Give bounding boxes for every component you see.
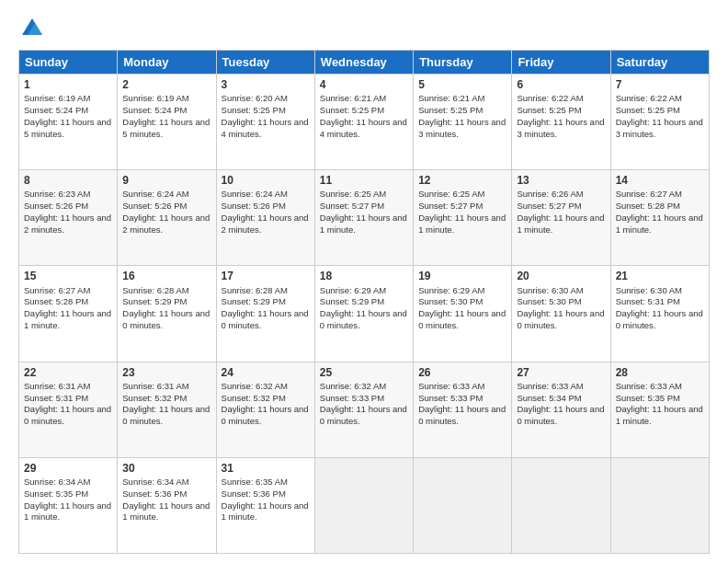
calendar-cell: 26Sunrise: 6:33 AMSunset: 5:33 PMDayligh… — [414, 362, 512, 457]
sunrise: Sunrise: 6:34 AM — [24, 477, 90, 487]
sunset: Sunset: 5:32 PM — [222, 393, 286, 403]
sunset: Sunset: 5:36 PM — [122, 488, 187, 499]
day-number: 14 — [616, 173, 704, 188]
calendar-cell: 17Sunrise: 6:28 AMSunset: 5:29 PMDayligh… — [216, 266, 314, 362]
sunrise: Sunrise: 6:33 AM — [517, 381, 583, 391]
calendar-cell: 15Sunrise: 6:27 AMSunset: 5:28 PMDayligh… — [19, 266, 118, 362]
daylight: Daylight: 11 hours and 3 minutes. — [616, 117, 703, 139]
calendar-day-header: Wednesday — [314, 51, 413, 75]
day-number: 3 — [222, 77, 310, 92]
calendar-week-row: 15Sunrise: 6:27 AMSunset: 5:28 PMDayligh… — [19, 266, 710, 362]
daylight: Daylight: 11 hours and 2 minutes. — [24, 213, 111, 235]
day-number: 27 — [517, 365, 605, 380]
sunset: Sunset: 5:24 PM — [24, 105, 88, 115]
daylight: Daylight: 11 hours and 1 minute. — [122, 500, 210, 523]
daylight: Daylight: 11 hours and 2 minutes. — [122, 213, 210, 235]
calendar-day-header: Saturday — [610, 51, 709, 75]
calendar-cell: 9Sunrise: 6:24 AMSunset: 5:26 PMDaylight… — [118, 170, 216, 266]
daylight: Daylight: 11 hours and 0 minutes. — [517, 308, 604, 330]
daylight: Daylight: 11 hours and 0 minutes. — [122, 308, 210, 330]
day-number: 9 — [122, 173, 210, 188]
calendar-cell: 2Sunrise: 6:19 AMSunset: 5:24 PMDaylight… — [118, 75, 216, 170]
sunrise: Sunrise: 6:22 AM — [616, 93, 682, 103]
sunset: Sunset: 5:29 PM — [320, 296, 384, 306]
calendar-cell: 30Sunrise: 6:34 AMSunset: 5:36 PMDayligh… — [118, 457, 216, 553]
sunrise: Sunrise: 6:30 AM — [616, 285, 682, 295]
day-number: 23 — [122, 365, 210, 380]
sunset: Sunset: 5:35 PM — [616, 393, 680, 403]
calendar-cell: 1Sunrise: 6:19 AMSunset: 5:24 PMDaylight… — [19, 75, 118, 170]
day-number: 19 — [418, 269, 506, 283]
sunset: Sunset: 5:31 PM — [24, 393, 88, 403]
sunset: Sunset: 5:30 PM — [418, 296, 483, 306]
day-number: 20 — [517, 269, 605, 283]
daylight: Daylight: 11 hours and 3 minutes. — [517, 117, 604, 139]
day-number: 1 — [24, 77, 112, 92]
calendar-cell: 23Sunrise: 6:31 AMSunset: 5:32 PMDayligh… — [118, 362, 216, 457]
day-number: 15 — [24, 269, 112, 283]
calendar-cell: 29Sunrise: 6:34 AMSunset: 5:35 PMDayligh… — [19, 457, 118, 553]
day-number: 25 — [320, 365, 408, 380]
sunset: Sunset: 5:26 PM — [24, 201, 88, 211]
calendar-day-header: Thursday — [414, 51, 512, 75]
page: SundayMondayTuesdayWednesdayThursdayFrid… — [0, 0, 728, 563]
calendar-cell: 3Sunrise: 6:20 AMSunset: 5:25 PMDaylight… — [216, 75, 314, 170]
day-number: 31 — [222, 461, 310, 476]
calendar-cell — [610, 457, 709, 553]
daylight: Daylight: 11 hours and 1 minute. — [616, 213, 703, 235]
sunset: Sunset: 5:27 PM — [517, 201, 581, 211]
sunset: Sunset: 5:27 PM — [320, 201, 384, 211]
calendar-cell: 18Sunrise: 6:29 AMSunset: 5:29 PMDayligh… — [314, 266, 413, 362]
calendar-cell: 10Sunrise: 6:24 AMSunset: 5:26 PMDayligh… — [216, 170, 314, 266]
calendar-cell: 4Sunrise: 6:21 AMSunset: 5:25 PMDaylight… — [314, 75, 413, 170]
calendar-cell: 19Sunrise: 6:29 AMSunset: 5:30 PMDayligh… — [414, 266, 512, 362]
logo — [18, 15, 50, 42]
calendar-cell: 6Sunrise: 6:22 AMSunset: 5:25 PMDaylight… — [512, 75, 610, 170]
sunset: Sunset: 5:26 PM — [122, 201, 187, 211]
calendar-week-row: 29Sunrise: 6:34 AMSunset: 5:35 PMDayligh… — [19, 457, 710, 553]
daylight: Daylight: 11 hours and 4 minutes. — [222, 117, 309, 139]
sunrise: Sunrise: 6:35 AM — [222, 477, 288, 487]
sunrise: Sunrise: 6:28 AM — [222, 285, 288, 295]
calendar-cell: 11Sunrise: 6:25 AMSunset: 5:27 PMDayligh… — [314, 170, 413, 266]
day-number: 28 — [616, 365, 704, 380]
daylight: Daylight: 11 hours and 5 minutes. — [122, 117, 210, 139]
sunrise: Sunrise: 6:32 AM — [320, 381, 386, 391]
calendar-cell: 13Sunrise: 6:26 AMSunset: 5:27 PMDayligh… — [512, 170, 610, 266]
sunset: Sunset: 5:29 PM — [122, 296, 187, 306]
calendar-cell: 22Sunrise: 6:31 AMSunset: 5:31 PMDayligh… — [19, 362, 118, 457]
sunrise: Sunrise: 6:30 AM — [517, 285, 583, 295]
day-number: 12 — [418, 173, 506, 188]
sunset: Sunset: 5:25 PM — [616, 105, 680, 115]
day-number: 30 — [122, 461, 210, 476]
calendar-cell: 8Sunrise: 6:23 AMSunset: 5:26 PMDaylight… — [19, 170, 118, 266]
daylight: Daylight: 11 hours and 1 minute. — [222, 500, 309, 523]
day-number: 8 — [24, 173, 112, 188]
day-number: 18 — [320, 269, 408, 283]
sunrise: Sunrise: 6:22 AM — [517, 93, 583, 103]
sunrise: Sunrise: 6:31 AM — [24, 381, 90, 391]
calendar-cell — [314, 457, 413, 553]
sunrise: Sunrise: 6:21 AM — [418, 93, 484, 103]
calendar-cell: 31Sunrise: 6:35 AMSunset: 5:36 PMDayligh… — [216, 457, 314, 553]
sunrise: Sunrise: 6:21 AM — [320, 93, 386, 103]
calendar-cell: 20Sunrise: 6:30 AMSunset: 5:30 PMDayligh… — [512, 266, 610, 362]
sunset: Sunset: 5:33 PM — [418, 393, 483, 403]
sunset: Sunset: 5:31 PM — [616, 296, 680, 306]
sunrise: Sunrise: 6:32 AM — [222, 381, 288, 391]
calendar-cell: 28Sunrise: 6:33 AMSunset: 5:35 PMDayligh… — [610, 362, 709, 457]
day-number: 24 — [222, 365, 310, 380]
day-number: 6 — [517, 77, 605, 92]
logo-icon — [18, 15, 46, 42]
header — [18, 15, 710, 42]
sunrise: Sunrise: 6:25 AM — [320, 189, 386, 199]
calendar-cell: 24Sunrise: 6:32 AMSunset: 5:32 PMDayligh… — [216, 362, 314, 457]
sunrise: Sunrise: 6:23 AM — [24, 189, 90, 199]
calendar-cell: 14Sunrise: 6:27 AMSunset: 5:28 PMDayligh… — [610, 170, 709, 266]
sunrise: Sunrise: 6:24 AM — [122, 189, 188, 199]
calendar-week-row: 8Sunrise: 6:23 AMSunset: 5:26 PMDaylight… — [19, 170, 710, 266]
day-number: 7 — [616, 77, 704, 92]
day-number: 5 — [418, 77, 506, 92]
daylight: Daylight: 11 hours and 1 minute. — [517, 213, 604, 235]
sunrise: Sunrise: 6:33 AM — [418, 381, 484, 391]
